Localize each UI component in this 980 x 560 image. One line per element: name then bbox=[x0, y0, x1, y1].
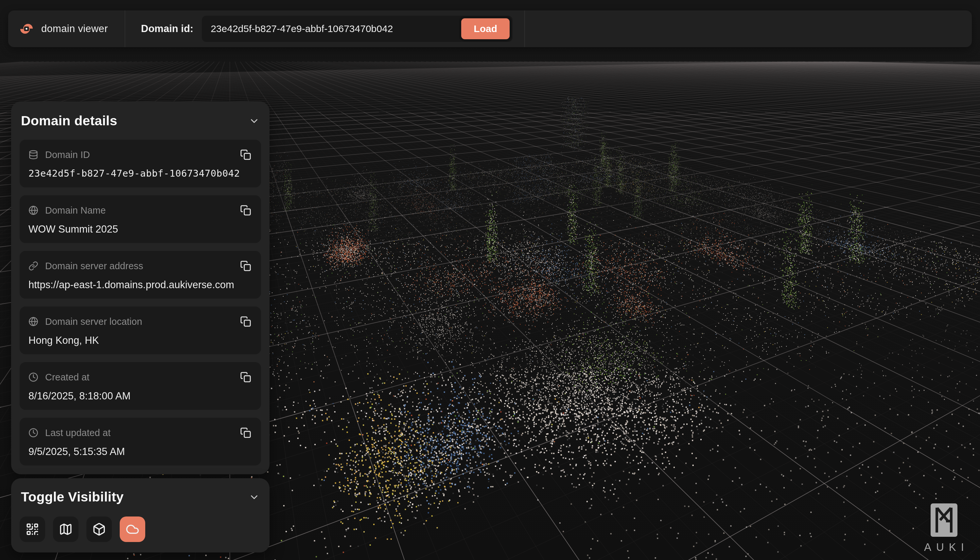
copy-button[interactable] bbox=[240, 371, 252, 383]
field-label: Domain Name bbox=[45, 205, 106, 216]
field-label: Domain server location bbox=[45, 316, 142, 327]
domain-field-card: Domain NameWOW Summit 2025 bbox=[20, 195, 261, 243]
copy-icon bbox=[240, 372, 252, 383]
domain-id-label: Domain id: bbox=[141, 23, 193, 35]
domain-fields-list: Domain ID23e42d5f-b827-47e9-abbf-1067347… bbox=[20, 140, 261, 465]
field-value: 9/5/2025, 5:15:35 AM bbox=[28, 446, 252, 458]
domain-details-panel: Domain details Domain ID23e42d5f-b827-47… bbox=[11, 102, 270, 474]
field-label: Domain server address bbox=[45, 261, 143, 272]
copy-icon bbox=[240, 316, 252, 327]
copy-button[interactable] bbox=[240, 205, 252, 216]
qr-code-icon bbox=[25, 522, 39, 536]
app-logo-section: domain viewer bbox=[8, 10, 125, 47]
domain-id-input-wrap: Load bbox=[202, 16, 513, 42]
toggle-map-button[interactable] bbox=[53, 517, 78, 542]
copy-icon bbox=[240, 149, 252, 160]
domain-details-title: Domain details bbox=[21, 113, 117, 128]
toggle-mesh-button[interactable] bbox=[87, 517, 112, 542]
collapse-domain-details-button[interactable] bbox=[248, 115, 260, 127]
field-value: 23e42d5f-b827-47e9-abbf-10673470b042 bbox=[28, 168, 252, 179]
field-label: Domain ID bbox=[45, 150, 90, 160]
topbar-spacer bbox=[525, 10, 972, 47]
field-value: 8/16/2025, 8:18:00 AM bbox=[28, 390, 252, 402]
load-button[interactable]: Load bbox=[461, 18, 510, 39]
link-icon bbox=[28, 261, 38, 271]
copy-icon bbox=[240, 205, 252, 216]
visibility-buttons-row bbox=[20, 517, 261, 542]
toggle-visibility-panel: Toggle Visibility bbox=[11, 478, 270, 552]
domain-field-card: Last updated at9/5/2025, 5:15:35 AM bbox=[20, 418, 261, 465]
globe-icon bbox=[28, 317, 38, 327]
copy-button[interactable] bbox=[240, 427, 252, 438]
collapse-toggle-visibility-button[interactable] bbox=[248, 492, 260, 503]
domain-details-header: Domain details bbox=[20, 113, 261, 128]
clock-icon bbox=[28, 372, 38, 382]
map-icon bbox=[59, 522, 73, 536]
auki-logo: AUKI bbox=[919, 503, 969, 553]
domain-field-card: Domain server addresshttps://ap-east-1.d… bbox=[20, 251, 261, 298]
cloud-icon bbox=[126, 522, 139, 536]
field-value: WOW Summit 2025 bbox=[28, 223, 252, 235]
field-value: https://ap-east-1.domains.prod.aukiverse… bbox=[28, 279, 252, 291]
copy-button[interactable] bbox=[240, 149, 252, 161]
app-logo-icon bbox=[19, 21, 34, 36]
copy-button[interactable] bbox=[240, 316, 252, 327]
field-value: Hong Kong, HK bbox=[28, 335, 252, 347]
field-label: Created at bbox=[45, 372, 89, 383]
cube-icon bbox=[92, 522, 106, 536]
top-bar: domain viewer Domain id: Load bbox=[8, 10, 972, 47]
chevron-down-icon bbox=[248, 492, 260, 503]
chevron-down-icon bbox=[248, 115, 260, 127]
domain-field-card: Domain server locationHong Kong, HK bbox=[20, 307, 261, 354]
app-title: domain viewer bbox=[41, 23, 108, 35]
domain-field-card: Created at8/16/2025, 8:18:00 AM bbox=[20, 362, 261, 410]
auki-rune-icon bbox=[930, 503, 958, 537]
toggle-point-cloud-button[interactable] bbox=[120, 517, 145, 542]
toggle-visibility-header: Toggle Visibility bbox=[20, 489, 261, 505]
database-icon bbox=[28, 150, 38, 160]
globe-icon bbox=[28, 205, 38, 215]
auki-logo-text: AUKI bbox=[919, 541, 969, 553]
toggle-visibility-title: Toggle Visibility bbox=[21, 489, 123, 505]
copy-button[interactable] bbox=[240, 260, 252, 272]
clock-icon bbox=[28, 428, 38, 438]
domain-id-section: Domain id: Load bbox=[125, 10, 524, 47]
field-label: Last updated at bbox=[45, 428, 110, 438]
domain-field-card: Domain ID23e42d5f-b827-47e9-abbf-1067347… bbox=[20, 140, 261, 187]
copy-icon bbox=[240, 427, 252, 438]
copy-icon bbox=[240, 260, 252, 272]
toggle-qr-code-button[interactable] bbox=[20, 517, 45, 542]
